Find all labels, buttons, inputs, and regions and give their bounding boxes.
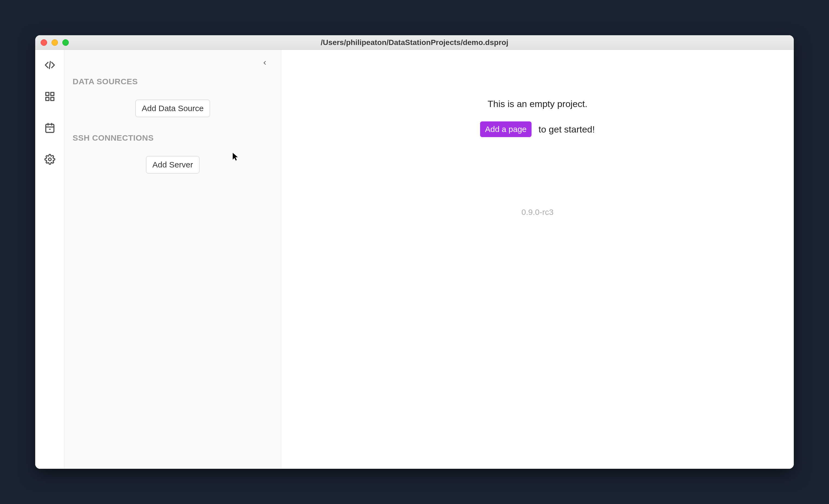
rail-settings-button[interactable]	[42, 152, 58, 168]
window-maximize-button[interactable]	[62, 39, 69, 46]
window-title: /Users/philipeaton/DataStationProjects/d…	[35, 38, 794, 47]
data-sources-heading: Data Sources	[73, 77, 273, 86]
rail-code-button[interactable]	[42, 58, 58, 73]
version-label: 0.9.0-rc3	[521, 208, 553, 217]
add-data-source-button[interactable]: Add Data Source	[136, 100, 210, 117]
code-icon	[44, 60, 55, 72]
cta-suffix-text: to get started!	[539, 124, 595, 135]
gear-icon	[44, 154, 55, 166]
icon-rail	[35, 50, 65, 469]
window-minimize-button[interactable]	[51, 39, 58, 46]
svg-rect-5	[46, 124, 54, 133]
ssh-connections-heading: SSH Connections	[73, 133, 273, 143]
add-server-button[interactable]: Add Server	[146, 156, 199, 173]
titlebar: /Users/philipeaton/DataStationProjects/d…	[35, 35, 794, 50]
svg-rect-4	[46, 97, 49, 101]
window-close-button[interactable]	[41, 39, 47, 46]
cursor-icon	[232, 153, 239, 161]
svg-point-10	[48, 158, 51, 161]
calendar-icon	[44, 122, 55, 134]
svg-rect-3	[51, 97, 54, 101]
collapse-sidebar-button[interactable]	[259, 58, 270, 69]
rail-scheduler-button[interactable]	[42, 121, 58, 136]
app-body: Data Sources Add Data Source SSH Connect…	[35, 50, 794, 469]
app-window: /Users/philipeaton/DataStationProjects/d…	[35, 35, 794, 469]
add-page-button[interactable]: Add a page	[480, 121, 531, 137]
rail-dashboard-button[interactable]	[42, 89, 58, 105]
svg-rect-2	[51, 93, 54, 96]
cta-row: Add a page to get started!	[480, 121, 594, 137]
sidebar: Data Sources Add Data Source SSH Connect…	[65, 50, 281, 469]
main-content: This is an empty project. Add a page to …	[281, 50, 794, 469]
chevron-left-icon	[262, 60, 268, 67]
traffic-lights	[41, 39, 69, 46]
dashboard-icon	[44, 91, 55, 103]
empty-project-message: This is an empty project.	[488, 99, 587, 109]
svg-rect-1	[46, 93, 49, 96]
svg-line-0	[49, 62, 50, 69]
